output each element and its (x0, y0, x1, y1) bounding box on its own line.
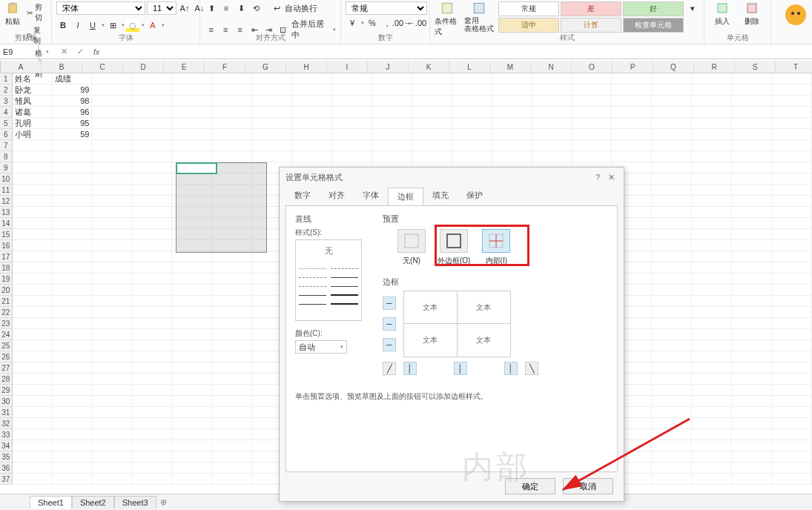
cell[interactable] (652, 173, 692, 185)
cell[interactable] (92, 85, 132, 96)
cell[interactable] (492, 96, 532, 107)
preset-none-button[interactable]: 无(N) (397, 229, 426, 266)
tab-border[interactable]: 边框 (388, 188, 423, 206)
insert-button[interactable]: 插入 (709, 1, 736, 27)
cell[interactable] (53, 207, 93, 218)
cell[interactable] (92, 285, 132, 296)
cell[interactable] (612, 118, 652, 129)
cell[interactable] (252, 129, 292, 140)
cell[interactable] (212, 407, 252, 418)
cell[interactable] (732, 351, 772, 362)
row-header[interactable]: 10 (0, 173, 13, 185)
column-header[interactable]: Q (653, 61, 694, 73)
line-style-box[interactable]: 无 (295, 239, 362, 321)
cell[interactable] (53, 451, 93, 463)
cell[interactable] (492, 140, 532, 151)
cell[interactable] (92, 129, 132, 140)
cell[interactable] (13, 285, 53, 296)
cell[interactable] (172, 329, 212, 340)
align-top-icon[interactable]: ⬆ (205, 1, 218, 15)
cell[interactable] (92, 440, 132, 451)
cell[interactable] (252, 85, 292, 96)
cell[interactable] (212, 262, 252, 274)
cell[interactable] (332, 118, 372, 129)
cell[interactable] (332, 151, 372, 162)
cell[interactable] (772, 362, 812, 374)
cell[interactable] (772, 118, 812, 129)
cell[interactable] (92, 173, 132, 185)
cell[interactable] (13, 240, 53, 251)
cell[interactable] (13, 440, 53, 451)
cell[interactable] (732, 218, 772, 229)
cell[interactable] (132, 162, 172, 173)
cell[interactable] (772, 162, 812, 173)
cancel-formula-icon[interactable]: ✕ (56, 47, 72, 56)
row-header[interactable]: 30 (0, 396, 13, 407)
cell[interactable] (53, 374, 93, 385)
row-header[interactable]: 6 (0, 129, 13, 140)
cell[interactable] (772, 418, 812, 429)
cell[interactable] (252, 96, 292, 107)
cell[interactable] (172, 429, 212, 440)
cell[interactable] (212, 351, 252, 362)
cell[interactable] (53, 362, 93, 374)
cell[interactable] (13, 351, 53, 362)
cell[interactable] (772, 151, 812, 162)
cell[interactable] (172, 173, 212, 185)
cell[interactable] (53, 329, 93, 340)
cell[interactable] (292, 107, 332, 118)
cell[interactable]: 卧龙 (13, 85, 53, 96)
cell[interactable] (492, 151, 532, 162)
fx-icon[interactable]: fx (88, 47, 105, 56)
cell[interactable] (13, 251, 53, 262)
cell[interactable] (13, 307, 53, 318)
cell[interactable] (732, 262, 772, 274)
row-header[interactable]: 23 (0, 318, 13, 329)
cell[interactable] (53, 185, 93, 196)
cell[interactable] (492, 107, 532, 118)
cell[interactable] (53, 296, 93, 307)
cell[interactable] (772, 407, 812, 418)
cell[interactable] (692, 385, 732, 396)
sheet-tab-3[interactable]: Sheet3 (114, 496, 156, 509)
cell[interactable] (292, 151, 332, 162)
column-header[interactable]: B (42, 61, 82, 73)
cell[interactable] (692, 451, 732, 463)
cell[interactable] (13, 374, 53, 385)
cell[interactable] (132, 185, 172, 196)
cell[interactable] (692, 374, 732, 385)
cell[interactable] (13, 207, 53, 218)
cell[interactable] (53, 318, 93, 329)
cell[interactable] (92, 118, 132, 129)
cell[interactable]: 98 (53, 96, 93, 107)
cell[interactable] (732, 240, 772, 251)
cell[interactable] (132, 351, 172, 362)
border-diag-up-button[interactable]: ╱ (383, 362, 396, 375)
cell[interactable] (652, 140, 692, 151)
cell[interactable] (212, 240, 252, 251)
cell[interactable] (92, 229, 132, 240)
cell[interactable] (172, 318, 212, 329)
formula-input[interactable] (105, 45, 812, 59)
cell[interactable] (612, 73, 652, 85)
cell[interactable] (53, 229, 93, 240)
cell[interactable] (172, 240, 212, 251)
cell[interactable] (732, 107, 772, 118)
cell[interactable] (132, 207, 172, 218)
style-chip-calc[interactable]: 计算 (561, 18, 621, 33)
cell[interactable] (772, 374, 812, 385)
cell[interactable] (172, 196, 212, 207)
cell[interactable] (132, 418, 172, 429)
cell[interactable] (13, 362, 53, 374)
border-vmiddle-button[interactable]: │ (454, 362, 467, 375)
cell[interactable] (53, 140, 93, 151)
cell[interactable] (132, 107, 172, 118)
cell[interactable] (652, 240, 692, 251)
cell[interactable] (172, 362, 212, 374)
cell[interactable] (772, 185, 812, 196)
cell[interactable] (13, 151, 53, 162)
cell[interactable] (452, 140, 492, 151)
cell[interactable] (652, 407, 692, 418)
column-header[interactable]: P (613, 61, 653, 73)
cell[interactable] (172, 285, 212, 296)
